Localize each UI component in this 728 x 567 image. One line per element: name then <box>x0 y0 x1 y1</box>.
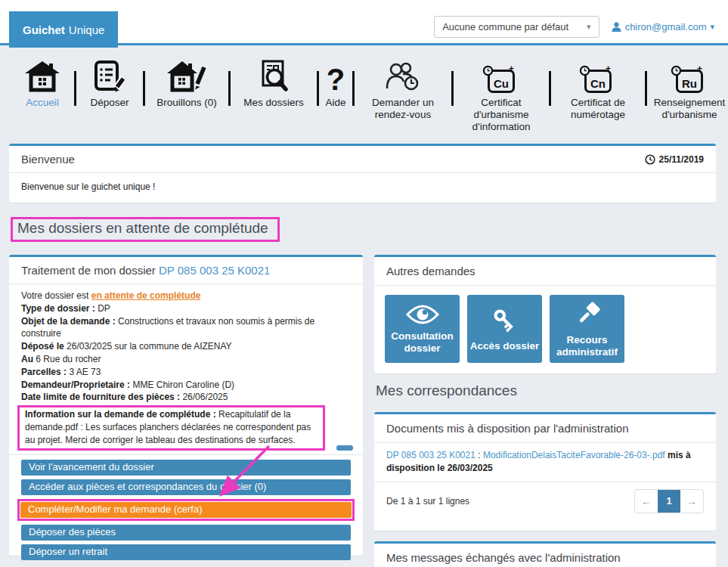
nav-item-label: Certificat d'urbanisme d'information <box>454 97 549 133</box>
document-file-link[interactable]: ModificationDelaisTaciteFavorable-26-03-… <box>483 450 665 460</box>
correspondences-title: Mes correspondances <box>376 383 517 399</box>
ru-badge-icon: + Ru <box>676 53 703 97</box>
other-requests-card: Autres demandes Consultation dossier <box>374 255 716 373</box>
nav-item-deposer[interactable]: Déposer <box>76 53 143 109</box>
tile-acces-dossier[interactable]: Accès dossier <box>467 295 542 363</box>
clock-icon <box>671 65 682 76</box>
nav-item-label: Aide <box>325 97 345 109</box>
tile-recours-administratif[interactable]: Recours administratif <box>550 295 624 363</box>
pagination-page-1[interactable]: 1 <box>658 490 680 513</box>
documents-card-title: Documents mis à disposition par l'admini… <box>374 414 716 442</box>
dossier-title-prefix: Traitement de mon dossier <box>21 264 156 277</box>
pagination-summary: De 1 à 1 sur 1 lignes <box>386 496 469 507</box>
field-line: Parcelles : 3 AE 73 <box>21 366 351 379</box>
clock-icon <box>645 154 655 165</box>
messages-card-title: Mes messages échangés avec l'administrat… <box>374 544 716 567</box>
plus-icon: + <box>606 64 611 74</box>
tile-label: Recours administratif <box>550 334 624 357</box>
nav-item-label: Certificat de numérotage <box>551 97 645 121</box>
nav-item-certificat-numerotage[interactable]: + Cn Certificat de numérotage <box>551 53 645 121</box>
folders-search-icon <box>258 53 290 97</box>
annotation-box-completeness-info: Information sur la demande de complétude… <box>17 405 325 450</box>
nav-item-label: Brouillons (0) <box>156 97 217 109</box>
key-icon <box>490 306 520 335</box>
field-line: Type de dossier : DP <box>21 302 351 315</box>
dossier-card-title: Traitement de mon dossier DP 085 003 25 … <box>9 257 363 284</box>
dossier-details: Votre dossier est en attente de complétu… <box>9 284 363 451</box>
pagination-prev-button[interactable]: ← <box>635 490 658 513</box>
nav-item-label: Accueil <box>26 97 59 109</box>
user-email: chiron@gmail.com <box>625 21 707 33</box>
messages-card: Mes messages échangés avec l'administrat… <box>374 541 716 567</box>
drafts-icon <box>167 53 206 97</box>
section-title: Mes dossiers en attente de complétude <box>17 220 268 237</box>
cu-badge-icon: + Cu <box>488 53 515 97</box>
nav-item-accueil[interactable]: Accueil <box>11 53 74 109</box>
nav-item-label: Renseignement d'urbanisme <box>647 97 728 121</box>
appointment-icon <box>386 53 420 97</box>
document-separator: : <box>476 450 483 460</box>
field-line: Objet de la demande : Constructions et t… <box>21 315 351 341</box>
chevron-down-icon: ▾ <box>710 22 714 32</box>
nav-item-mes-dossiers[interactable]: Mes dossiers <box>231 53 317 109</box>
commune-dropdown[interactable]: Aucune commune par défaut ▾ <box>434 16 599 38</box>
nav-item-aide[interactable]: ? Aide <box>319 53 352 109</box>
dossier-card: Traitement de mon dossier DP 085 003 25 … <box>9 255 363 556</box>
nav-item-renseignement-urbanisme[interactable]: + Ru Renseignement d'urbanisme <box>647 53 728 121</box>
action-acceder-pieces[interactable]: Accéder aux pièces et correspondances du… <box>21 479 351 495</box>
document-row: DP 085 003 25 K0021 : ModificationDelais… <box>374 443 716 482</box>
nav-item-certificat-urbanisme[interactable]: + Cu Certificat d'urbanisme d'informatio… <box>454 53 549 133</box>
commune-dropdown-value: Aucune commune par défaut <box>442 21 568 33</box>
user-icon <box>612 22 621 32</box>
action-deposer-pieces[interactable]: Déposer des pièces <box>21 525 351 541</box>
status-prefix: Votre dossier est <box>21 290 88 301</box>
action-voir-avancement[interactable]: Voir l'avancement du dossier <box>21 460 351 476</box>
badge-letters: Cn <box>590 78 606 91</box>
help-icon: ? <box>327 53 345 97</box>
chevron-down-icon: ▾ <box>587 22 591 32</box>
welcome-date: 25/11/2019 <box>645 154 704 165</box>
dossier-reference-link[interactable]: DP 085 003 25 K0021 <box>159 264 270 277</box>
pagination-next-button[interactable]: → <box>680 490 703 513</box>
welcome-card: Bienvenue 25/11/2019 Bienvenue sur le gu… <box>9 144 716 203</box>
other-requests-title: Autres demandes <box>374 257 716 285</box>
field-line: Date limite de fourniture des pièces : 2… <box>21 391 351 404</box>
collapse-dash-control[interactable] <box>336 445 353 451</box>
welcome-message: Bienvenue sur le guichet unique ! <box>9 173 716 200</box>
welcome-header: Bienvenue 25/11/2019 <box>9 146 716 172</box>
nav-item-label: Déposer <box>90 97 129 109</box>
nav-item-label: Demander un rendez-vous <box>355 97 451 121</box>
documents-footer: De 1 à 1 sur 1 lignes ← 1 → <box>374 482 716 520</box>
info-label: Information sur la demande de complétude… <box>25 409 216 420</box>
action-deposer-retrait[interactable]: Déposer un retrait <box>21 544 351 560</box>
field-line: Demandeur/Proprietaire : MME Chiron Caro… <box>21 379 351 392</box>
page: Guichet Unique Aucune commune par défaut… <box>0 0 728 567</box>
action-completer-modifier[interactable]: Compléter/Modifier ma demande (cerfa) <box>20 502 352 518</box>
other-requests-tiles: Consultation dossier Accès dossier <box>374 286 716 372</box>
status-link[interactable]: en attente de complétude <box>91 290 201 301</box>
badge-letters: Ru <box>682 78 697 91</box>
dossier-actions: Voir l'avancement du dossier Accéder aux… <box>9 455 363 560</box>
nav-item-label: Mes dossiers <box>243 97 304 109</box>
pagination: ← 1 → <box>634 489 704 513</box>
clock-icon <box>482 65 494 76</box>
nav-item-brouillons[interactable]: Brouillons (0) <box>145 53 228 109</box>
deposit-icon <box>93 53 126 97</box>
welcome-date-value: 25/11/2019 <box>659 154 704 165</box>
main-nav: Accueil Déposer <box>11 53 728 133</box>
home-icon <box>25 53 60 97</box>
app-logo-regular: Unique <box>69 23 105 36</box>
tile-consultation-dossier[interactable]: Consultation dossier <box>385 295 460 363</box>
gavel-icon <box>572 300 603 329</box>
app-logo: Guichet Unique <box>9 11 118 48</box>
field-line: Déposé le 26/03/2025 sur la commune de A… <box>21 340 351 353</box>
document-reference-link[interactable]: DP 085 003 25 K0021 <box>386 450 476 460</box>
dossier-status-line: Votre dossier est en attente de complétu… <box>21 290 351 302</box>
user-menu[interactable]: chiron@gmail.com ▾ <box>612 21 714 33</box>
nav-item-rendez-vous[interactable]: Demander un rendez-vous <box>355 53 451 121</box>
tile-label: Consultation dossier <box>385 330 460 353</box>
header-right: Aucune commune par défaut ▾ chiron@gmail… <box>434 16 714 38</box>
eye-icon <box>406 304 439 325</box>
plus-icon: + <box>509 64 514 74</box>
welcome-title: Bienvenue <box>21 153 75 166</box>
